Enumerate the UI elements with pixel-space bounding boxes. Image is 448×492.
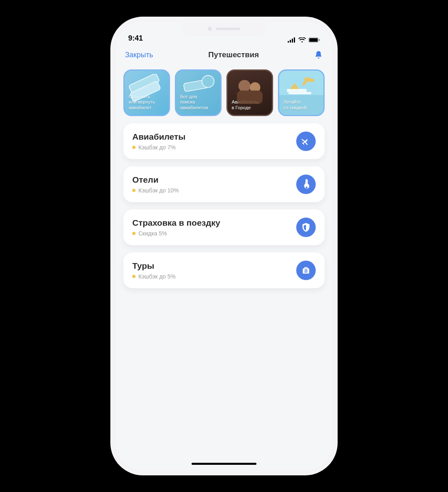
bell-icon xyxy=(314,50,323,59)
phone-mockup: 9:41 Закрыть Путешествия Обмен xyxy=(110,17,338,475)
card-subtitle: Кэшбэк до 7% xyxy=(138,144,176,151)
tickets-icon xyxy=(128,74,166,104)
nav-bar: Закрыть Путешествия xyxy=(116,44,332,65)
card-subtitle: Кэшбэк до 10% xyxy=(138,187,179,194)
card-flights[interactable]: Авиабилеты Кэшбэк до 7% xyxy=(123,123,325,159)
svg-rect-13 xyxy=(237,91,263,104)
svg-point-11 xyxy=(239,80,251,92)
cellular-icon xyxy=(288,37,296,43)
card-title: Авиабилеты xyxy=(132,132,185,142)
svg-rect-14 xyxy=(287,89,306,92)
device-notch xyxy=(181,22,267,36)
svg-rect-5 xyxy=(309,38,318,42)
battery-icon xyxy=(308,37,320,43)
card-insurance[interactable]: Страховка в поездку Скидка 5% xyxy=(123,209,325,245)
story-exchange-ticket[interactable]: Обменять или вернуть авиабилет xyxy=(123,69,170,116)
svg-rect-0 xyxy=(288,41,289,43)
category-list: Авиабилеты Кэшбэк до 7% Отели Кэшбэк до … xyxy=(116,123,332,288)
story-fly-discount[interactable]: Летайте со скидкой xyxy=(278,69,325,116)
svg-rect-3 xyxy=(294,37,295,43)
home-indicator[interactable] xyxy=(192,463,256,465)
status-time: 9:41 xyxy=(128,34,143,43)
svg-point-10 xyxy=(202,76,214,88)
cashback-dot-icon xyxy=(132,275,136,278)
card-tours[interactable]: Туры Кэшбэк до 5% xyxy=(123,252,325,288)
bot-tickets-icon xyxy=(179,74,217,104)
shield-icon xyxy=(296,218,316,237)
card-subtitle: Кэшбэк до 5% xyxy=(138,273,176,280)
card-title: Туры xyxy=(132,261,176,271)
svg-rect-15 xyxy=(289,92,311,95)
beach-plane-icon xyxy=(282,74,320,104)
card-title: Страховка в поездку xyxy=(132,218,220,228)
story-city-tickets[interactable]: Авиабилеты в Городе xyxy=(226,69,273,116)
close-button[interactable]: Закрыть xyxy=(125,51,153,59)
status-indicators xyxy=(288,37,320,43)
card-hotels[interactable]: Отели Кэшбэк до 10% xyxy=(123,166,325,202)
story-ticket-bot[interactable]: Бот для поиска авиабилетов xyxy=(175,69,222,116)
key-icon xyxy=(296,175,316,194)
screen: 9:41 Закрыть Путешествия Обмен xyxy=(116,22,332,470)
page-title: Путешествия xyxy=(208,50,259,59)
wifi-icon xyxy=(298,37,306,43)
svg-rect-1 xyxy=(290,40,291,43)
suitcase-icon xyxy=(296,261,316,280)
people-photo-icon xyxy=(231,74,269,104)
cashback-dot-icon xyxy=(132,232,136,235)
card-subtitle: Скидка 5% xyxy=(138,230,167,237)
card-title: Отели xyxy=(132,175,179,185)
stories-row: Обменять или вернуть авиабилет Бот для п… xyxy=(116,65,332,123)
cashback-dot-icon xyxy=(132,146,136,149)
cashback-dot-icon xyxy=(132,189,136,192)
svg-rect-2 xyxy=(292,39,293,43)
svg-rect-6 xyxy=(319,39,320,41)
notifications-button[interactable] xyxy=(314,50,323,59)
plane-icon xyxy=(296,132,316,151)
